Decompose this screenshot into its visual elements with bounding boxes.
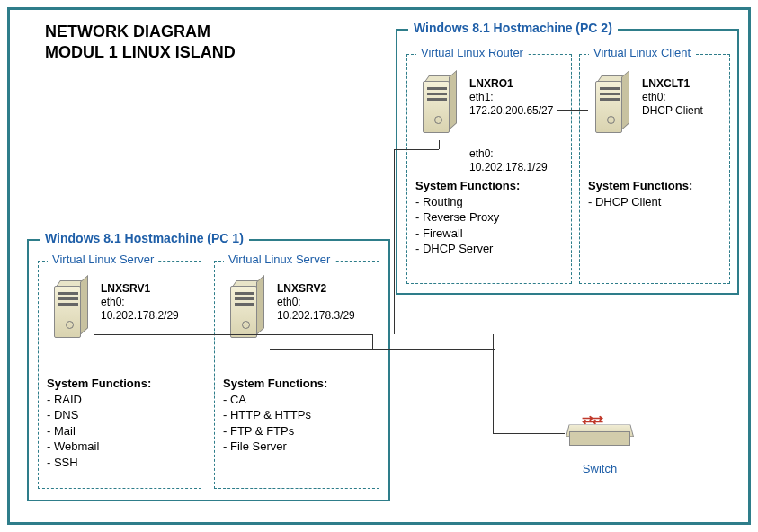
vm2-hostname: LNXSRV2 xyxy=(277,282,355,296)
sysfunc-head: System Functions: xyxy=(415,178,520,194)
sysfunc-item: - File Server xyxy=(223,439,327,455)
vm3-iface0: eth0: xyxy=(469,147,548,161)
sysfunc-item: - SSH xyxy=(47,455,151,471)
sysfunc-head: System Functions: xyxy=(47,376,151,392)
vm4-iface: eth0: xyxy=(642,91,703,104)
sysfunc-item: - RAID xyxy=(47,392,151,408)
vm4-ip: DHCP Client xyxy=(642,104,703,118)
sysfunc-item: - FTP & FTPs xyxy=(223,423,327,439)
vm3-ip0: 10.202.178.1/29 xyxy=(469,161,548,174)
pc1-legend: Windows 8.1 Hostmachine (PC 1) xyxy=(40,231,249,245)
vm3-info-eth0: eth0: 10.202.178.1/29 xyxy=(469,147,548,174)
sysfunc-item: - HTTP & HTTPs xyxy=(223,407,327,423)
sysfunc-item: - Firewall xyxy=(415,226,520,242)
sysfunc-item: - Reverse Proxy xyxy=(415,209,520,226)
vm2-sysfunc: System Functions: - CA - HTTP & HTTPs - … xyxy=(223,376,327,455)
vm4-sysfunc: System Functions: - DHCP Client xyxy=(588,178,692,209)
link-to-switch-v1 xyxy=(493,334,494,433)
vm3-info-eth1: LNXRO1 eth1: 172.20.200.65/27 xyxy=(469,77,553,118)
switch-label: Switch xyxy=(559,462,640,475)
link-router-down xyxy=(394,149,395,334)
vm2-ip: 10.202.178.3/29 xyxy=(277,309,355,323)
server-icon xyxy=(414,75,462,140)
title-line2: MODUL 1 LINUX ISLAND xyxy=(45,42,236,63)
sysfunc-item: - Webmail xyxy=(47,439,151,455)
server-icon xyxy=(221,280,270,345)
link-router-eth0 xyxy=(439,140,440,149)
switch: ⇄⇄ Switch xyxy=(559,413,640,475)
vm2-info: LNXSRV2 eth0: 10.202.178.3/29 xyxy=(277,282,355,323)
vm2-legend: Virtual Linux Server xyxy=(224,253,334,266)
vm4-hostname: LNXCLT1 xyxy=(642,77,703,91)
sysfunc-item: - Mail xyxy=(47,423,151,439)
vm1-sysfunc: System Functions: - RAID - DNS - Mail - … xyxy=(47,376,151,470)
sysfunc-item: - DNS xyxy=(47,407,151,423)
sysfunc-item: - DHCP Client xyxy=(588,194,692,210)
vm3-legend: Virtual Linux Router xyxy=(416,46,528,59)
vm3-sysfunc: System Functions: - Routing - Reverse Pr… xyxy=(415,178,520,257)
vm1-hostname: LNXSRV1 xyxy=(101,282,179,296)
switch-icon: ⇄⇄ xyxy=(566,413,634,457)
vm2-iface: eth0: xyxy=(277,296,355,309)
link-srv2-right xyxy=(270,349,495,350)
diagram-title: NETWORK DIAGRAM MODUL 1 LINUX ISLAND xyxy=(45,22,236,62)
link-router-client xyxy=(557,110,588,111)
server-icon xyxy=(586,75,635,140)
vm3-ip1: 172.20.200.65/27 xyxy=(469,104,553,118)
pc2-legend: Windows 8.1 Hostmachine (PC 2) xyxy=(408,21,618,35)
sysfunc-head: System Functions: xyxy=(223,376,327,392)
sysfunc-head: System Functions: xyxy=(588,178,692,194)
vm3-iface1: eth1: xyxy=(469,91,553,104)
sysfunc-item: - Routing xyxy=(415,194,520,210)
title-line1: NETWORK DIAGRAM xyxy=(45,22,236,42)
server-icon xyxy=(45,280,94,345)
vm1-legend: Virtual Linux Server xyxy=(48,253,158,266)
vm1-iface: eth0: xyxy=(101,296,179,309)
vm4-info: LNXCLT1 eth0: DHCP Client xyxy=(642,77,703,118)
link-to-switch-v2 xyxy=(495,349,495,433)
link-srv1-right xyxy=(94,334,372,335)
sysfunc-item: - DHCP Server xyxy=(415,241,520,257)
vm3-hostname: LNXRO1 xyxy=(469,77,553,91)
vm1-ip: 10.202.178.2/29 xyxy=(101,309,179,323)
link-to-switch-h xyxy=(493,433,565,434)
vm4-legend: Virtual Linux Client xyxy=(589,46,695,59)
sysfunc-item: - CA xyxy=(223,392,327,408)
link-router-eth0-h xyxy=(394,149,439,150)
link-srv1-v xyxy=(372,334,373,349)
vm1-info: LNXSRV1 eth0: 10.202.178.2/29 xyxy=(101,282,179,323)
